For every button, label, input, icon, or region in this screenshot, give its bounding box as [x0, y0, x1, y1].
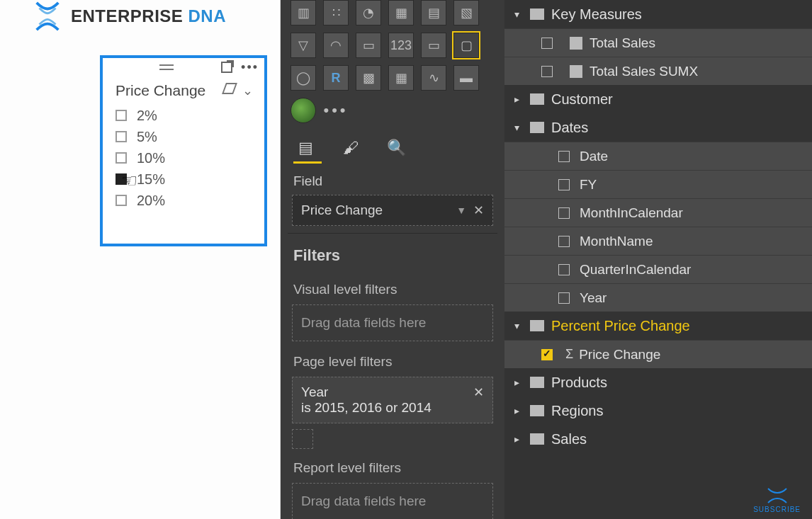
table-label: Regions [551, 403, 603, 419]
fields-tab-icon[interactable]: ▤ [293, 137, 317, 159]
vis-slicer-icon[interactable]: ▢ [453, 33, 479, 58]
field-section-label: Field [288, 164, 497, 195]
caret-right-icon: ▸ [510, 433, 523, 445]
format-tabs: ▤ 🖌 🔍 [288, 127, 497, 159]
field-price-change[interactable]: Σ Price Change [504, 340, 812, 368]
slicer-item[interactable]: 2% [115, 105, 264, 126]
slicer-item[interactable]: 20% [115, 190, 264, 211]
clear-selection-icon[interactable] [222, 83, 237, 94]
format-tab-icon[interactable]: 🖌 [339, 137, 363, 159]
field-total-sales-sumx[interactable]: Total Sales SUMX [504, 57, 812, 85]
vis-pie-icon[interactable]: ◔ [356, 0, 381, 25]
subscribe-label: SUBSCRIBE [753, 506, 801, 513]
checkbox-icon[interactable] [558, 292, 570, 304]
checkbox-icon[interactable] [115, 195, 127, 206]
visualizations-gallery: ▥ ∷ ◔ ▦ ▤ ▧ ▽ ◠ ▭ 123 ▭ ▢ ◯ R ▩ ▦ ∿ ▬ ••… [288, 0, 497, 127]
vis-arcgis-icon[interactable] [291, 98, 316, 123]
table-regions[interactable]: ▸ Regions [504, 397, 812, 425]
table-customer[interactable]: ▸ Customer [504, 85, 812, 113]
measure-icon [570, 65, 582, 78]
vis-waterfall-icon[interactable]: ▬ [453, 65, 479, 91]
table-icon [530, 8, 544, 20]
checkbox-icon[interactable] [558, 151, 570, 162]
page-filter-year[interactable]: Year is 2015, 2016 or 2014 ✕ [292, 377, 493, 423]
price-change-slicer[interactable]: ••• Price Change ⌄ 2% 5% 10% 15% 20% [100, 55, 267, 246]
table-label: Percent Price Change [551, 318, 690, 334]
add-page-filter[interactable] [292, 429, 313, 449]
slicer-item[interactable]: 10% [115, 147, 264, 169]
chevron-down-icon[interactable]: ▼ [456, 205, 466, 216]
checkbox-icon[interactable] [541, 349, 553, 360]
field-date[interactable]: Date [504, 142, 812, 170]
table-label: Customer [551, 91, 613, 108]
checkbox-icon[interactable] [115, 131, 127, 142]
filters-header: Filters [288, 233, 497, 272]
slicer-dropdown-icon[interactable]: ⌄ [242, 83, 253, 98]
vis-map-icon[interactable]: ▧ [453, 0, 479, 25]
table-icon [530, 433, 544, 445]
vis-combo-icon[interactable]: ▥ [291, 0, 316, 25]
checkbox-icon[interactable] [115, 110, 127, 121]
field-monthname[interactable]: MonthName [504, 227, 812, 255]
checkbox-icon[interactable] [115, 152, 127, 164]
vis-kpi-icon[interactable]: 123 [388, 33, 414, 58]
brand-text-1: ENTERPRISE [71, 6, 188, 25]
analytics-tab-icon[interactable]: 🔍 [384, 137, 408, 159]
subscribe-badge[interactable]: SUBSCRIBE [753, 487, 801, 513]
checkbox-icon[interactable] [558, 264, 570, 275]
checkbox-icon[interactable] [541, 66, 553, 77]
slicer-item-label: 5% [137, 129, 157, 145]
vis-more-icon[interactable]: ••• [323, 98, 349, 123]
vis-scatter-icon[interactable]: ∷ [323, 0, 349, 25]
more-options-icon[interactable]: ••• [241, 64, 259, 71]
table-products[interactable]: ▸ Products [504, 368, 812, 397]
field-fy[interactable]: FY [504, 170, 812, 198]
slicer-item[interactable]: 15% [115, 169, 264, 190]
table-icon [530, 320, 544, 331]
table-dates[interactable]: ▾ Dates [504, 113, 812, 142]
field-label: Total Sales [590, 35, 655, 51]
checkbox-icon[interactable] [558, 207, 570, 219]
checkbox-icon[interactable] [558, 179, 570, 190]
field-year[interactable]: Year [504, 283, 812, 312]
field-label: Total Sales SUMX [590, 64, 698, 79]
vis-treemap-icon[interactable]: ▩ [356, 65, 381, 91]
vis-r-icon[interactable]: R [323, 65, 349, 91]
caret-right-icon: ▸ [510, 377, 523, 388]
table-key-measures[interactable]: ▾ Key Measures [504, 0, 812, 28]
report-level-drop[interactable]: Drag data fields here [292, 483, 493, 519]
checkbox-icon[interactable] [115, 173, 127, 185]
checkbox-icon[interactable] [541, 38, 553, 49]
drag-handle-icon[interactable] [159, 64, 174, 70]
field-total-sales[interactable]: Total Sales [504, 28, 812, 57]
remove-filter-icon[interactable]: ✕ [473, 384, 484, 400]
vis-donut-icon[interactable]: ◯ [291, 65, 316, 91]
table-label: Sales [551, 431, 587, 447]
table-label: Dates [551, 120, 588, 136]
vis-table-icon[interactable]: ▦ [388, 0, 414, 25]
table-icon [530, 122, 544, 133]
table-sales[interactable]: ▸ Sales [504, 425, 812, 453]
field-well[interactable]: Price Change ▼ ✕ [292, 195, 493, 226]
slicer-toolbar: ••• [103, 58, 264, 76]
vis-matrix-icon[interactable]: ▤ [421, 0, 446, 25]
vis-multi-card-icon[interactable]: ▭ [421, 33, 446, 58]
vis-card-icon[interactable]: ▭ [356, 33, 381, 58]
field-label: Year [580, 290, 607, 306]
vis-funnel-icon[interactable]: ▽ [291, 33, 316, 58]
dna-icon [31, 0, 64, 33]
vis-line-icon[interactable]: ∿ [421, 65, 446, 91]
visual-level-label: Visual level filters [288, 272, 497, 302]
vis-column-icon[interactable]: ▦ [388, 65, 414, 91]
caret-down-icon: ▾ [510, 122, 523, 133]
table-percent-price-change[interactable]: ▾ Percent Price Change [504, 312, 812, 340]
focus-mode-icon[interactable] [221, 62, 232, 73]
vis-gauge-icon[interactable]: ◠ [323, 33, 349, 58]
checkbox-icon[interactable] [558, 236, 570, 247]
page-filter-desc: is 2015, 2016 or 2014 [301, 400, 484, 416]
visual-level-drop[interactable]: Drag data fields here [292, 304, 493, 341]
slicer-item[interactable]: 5% [115, 126, 264, 147]
remove-field-icon[interactable]: ✕ [473, 203, 484, 218]
field-quarterincalendar[interactable]: QuarterInCalendar [504, 255, 812, 283]
field-monthincalendar[interactable]: MonthInCalendar [504, 198, 812, 227]
